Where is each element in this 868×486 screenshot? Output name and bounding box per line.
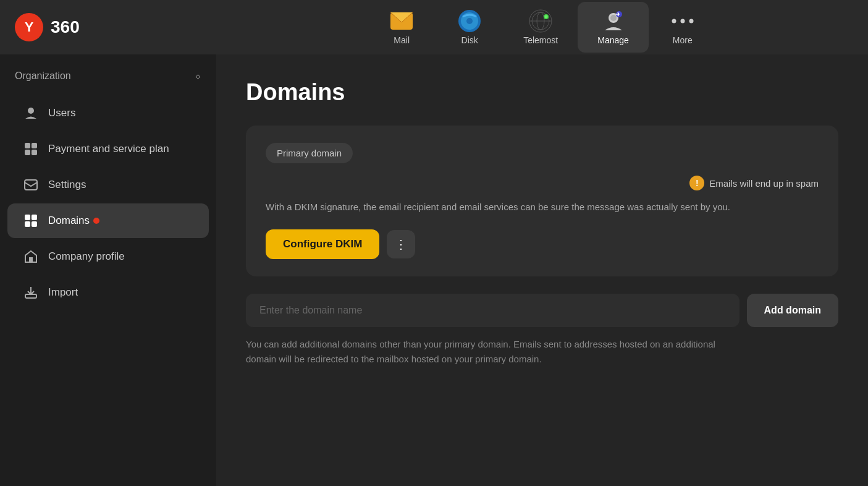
topbar: Y 360 Mail xyxy=(0,0,868,54)
disk-label: Disk xyxy=(461,35,478,45)
more-actions-button[interactable]: ⋮ xyxy=(387,230,415,258)
add-domain-section: Add domain You can add additional domain… xyxy=(246,294,838,367)
sidebar-users-label: Users xyxy=(48,107,75,119)
spam-warning: ! Emails will end up in spam xyxy=(266,176,819,190)
warning-text: Emails will end up in spam xyxy=(709,178,819,189)
sidebar-import-label: Import xyxy=(48,286,78,299)
user-icon xyxy=(22,104,40,122)
svg-rect-26 xyxy=(25,221,30,227)
svg-point-15 xyxy=(672,19,676,23)
svg-rect-21 xyxy=(25,150,30,155)
configure-dkim-button[interactable]: Configure DKIM xyxy=(266,229,379,259)
sidebar-domains-label: Domains xyxy=(48,215,90,227)
more-label: More xyxy=(673,35,693,45)
sidebar-item-users[interactable]: Users xyxy=(7,96,209,130)
sidebar-settings-label: Settings xyxy=(48,179,86,191)
nav-item-mail[interactable]: Mail xyxy=(368,2,436,53)
telemost-icon xyxy=(529,9,552,33)
svg-rect-23 xyxy=(25,180,37,190)
svg-rect-25 xyxy=(32,215,37,220)
sidebar-item-company-profile[interactable]: Company profile xyxy=(7,239,209,274)
nav-item-disk[interactable]: Disk xyxy=(436,2,504,53)
svg-point-17 xyxy=(689,19,693,23)
org-label: Organization xyxy=(15,70,71,82)
logo-icon: Y xyxy=(15,13,43,41)
domains-icon xyxy=(22,212,40,229)
payment-icon xyxy=(22,140,40,158)
sidebar-payment-label: Payment and service plan xyxy=(48,143,169,155)
main-layout: Organization ⬦ Users xyxy=(0,54,868,486)
svg-point-11 xyxy=(545,15,548,19)
manage-icon xyxy=(602,9,625,33)
org-header: Organization ⬦ xyxy=(0,64,216,95)
card-actions: Configure DKIM ⋮ xyxy=(266,229,819,259)
svg-rect-27 xyxy=(32,221,37,227)
svg-point-13 xyxy=(610,15,617,21)
add-domain-button[interactable]: Add domain xyxy=(747,294,838,327)
disk-icon xyxy=(458,9,481,33)
content-area: Domains Primary domain ! Emails will end… xyxy=(216,54,868,486)
primary-domain-badge: Primary domain xyxy=(266,143,353,163)
add-domain-info: You can add additional domains other tha… xyxy=(246,337,740,367)
domain-card: Primary domain ! Emails will end up in s… xyxy=(246,126,838,276)
domain-name-input[interactable] xyxy=(246,294,739,327)
logo-area: Y 360 xyxy=(0,13,216,41)
org-dropdown-arrow[interactable]: ⬦ xyxy=(195,69,201,82)
add-domain-row: Add domain xyxy=(246,294,838,327)
company-profile-icon xyxy=(22,248,40,265)
mail-label: Mail xyxy=(394,35,410,45)
nav-items: Mail Disk xyxy=(216,2,868,53)
svg-point-16 xyxy=(680,19,685,23)
logo-text: 360 xyxy=(51,17,80,37)
sidebar-item-payment[interactable]: Payment and service plan xyxy=(7,132,209,166)
mail-icon xyxy=(390,9,413,33)
more-icon xyxy=(671,9,694,33)
svg-rect-28 xyxy=(29,257,33,262)
nav-item-manage[interactable]: Manage xyxy=(578,2,649,53)
svg-point-18 xyxy=(28,108,34,114)
page-title: Domains xyxy=(246,79,838,106)
import-icon xyxy=(22,284,40,301)
warning-icon: ! xyxy=(689,176,704,190)
svg-point-5 xyxy=(466,18,473,24)
svg-rect-19 xyxy=(25,143,30,148)
nav-item-more[interactable]: More xyxy=(649,2,717,53)
sidebar-item-settings[interactable]: Settings xyxy=(7,168,209,202)
sidebar-item-domains[interactable]: Domains xyxy=(7,203,209,238)
settings-icon xyxy=(22,176,40,194)
manage-label: Manage xyxy=(597,35,629,45)
svg-rect-24 xyxy=(25,215,30,220)
nav-item-telemost[interactable]: Telemost xyxy=(504,2,578,53)
telemost-label: Telemost xyxy=(523,35,558,45)
domains-notification-badge xyxy=(93,218,99,224)
sidebar-company-profile-label: Company profile xyxy=(48,250,125,263)
svg-rect-22 xyxy=(32,150,37,155)
sidebar-item-import[interactable]: Import xyxy=(7,275,209,310)
sidebar: Organization ⬦ Users xyxy=(0,54,216,486)
dkim-description: With a DKIM signature, the email recipie… xyxy=(266,200,772,215)
svg-rect-20 xyxy=(32,143,37,148)
